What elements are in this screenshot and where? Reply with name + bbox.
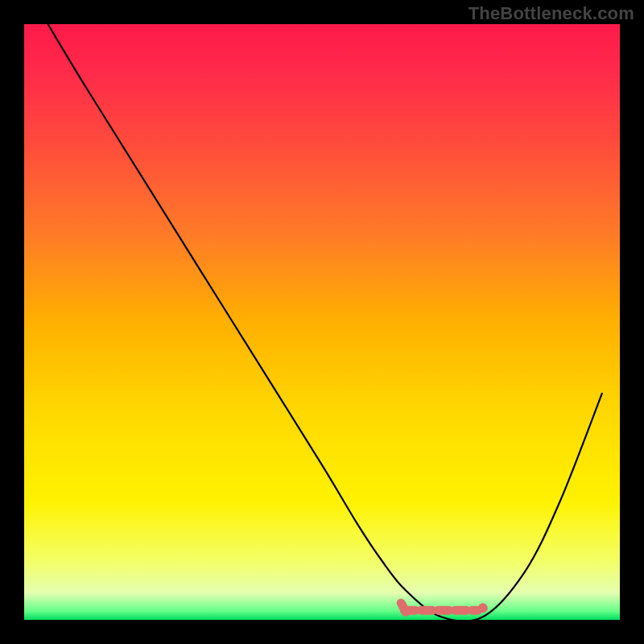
svg-point-2 [478,603,488,613]
svg-line-1 [401,603,406,612]
bottleneck-chart [0,0,644,644]
plot-background [24,24,620,620]
chart-frame: TheBottleneck.com [0,0,644,644]
watermark-text: TheBottleneck.com [469,3,634,24]
